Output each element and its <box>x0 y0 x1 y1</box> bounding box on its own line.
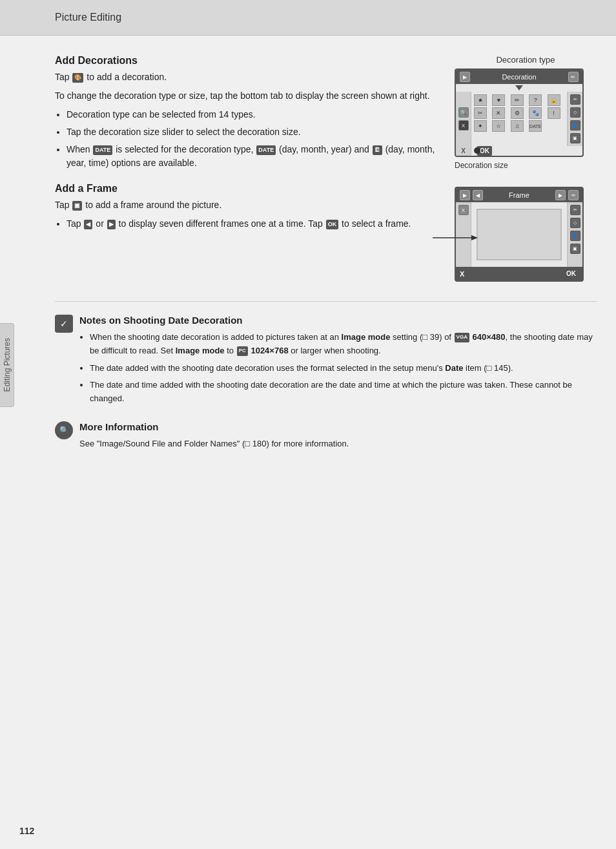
add-frame-bullets: Tap ◀ or ▶ to display seven different fr… <box>67 217 435 231</box>
decoration-type-label: Decoration type <box>455 55 597 65</box>
side-tab-text: Editing Pictures <box>3 338 12 392</box>
add-frame-title: Add a Frame <box>55 183 435 194</box>
more-info-content: More Information See "Image/Sound File a… <box>79 421 349 451</box>
frame-right-pencil: ✏ <box>570 205 580 215</box>
size-slider-container <box>471 146 477 156</box>
deco-plus: ✦ <box>474 120 487 132</box>
deco-star2: ☆ <box>492 120 505 132</box>
frame-bullet-1: Tap ◀ or ▶ to display seven different fr… <box>67 217 435 231</box>
decoration-screen-title: Decoration <box>502 73 536 81</box>
date-bold: Date <box>445 363 463 373</box>
frame-x-label: X <box>460 270 464 278</box>
add-decorations-para1: Tap 🎨 to add a decoration. <box>55 70 435 84</box>
deco-heart: ♥ <box>492 94 505 106</box>
bullet-1: Decoration type can be selected from 14 … <box>67 108 435 121</box>
frame-top-left: ▶ ◀ <box>460 190 483 200</box>
frame-preview <box>477 209 562 260</box>
add-decorations-title: Add Decorations <box>55 55 435 67</box>
add-decorations-section: Add Decorations Tap 🎨 to add a decoratio… <box>55 55 435 170</box>
deco-cat: 🐾 <box>529 107 542 119</box>
frame-right-nav: ▶ <box>555 190 566 200</box>
shooting-bullet-1: When the shooting date decoration is add… <box>90 331 597 358</box>
shooting-date-note: ✓ Notes on Shooting Date Decoration When… <box>55 315 597 411</box>
add-decorations-bullets: Decoration type can be selected from 14 … <box>67 108 435 170</box>
res1-bold: 640×480 <box>473 332 506 342</box>
decoration-screen-bottom-row: X OK <box>456 146 582 156</box>
x-label: X <box>461 147 466 154</box>
frame-right-diamond: ◇ <box>570 218 580 228</box>
frame-x-icon: X <box>458 205 469 215</box>
frame-right-bar: ✏ ◇ 👤 ▣ <box>567 202 582 267</box>
right-column: Decoration type ▶ Decoration ✏ 🔍 X <box>455 55 597 282</box>
frame-center <box>471 202 567 267</box>
frame-screen: ▶ ◀ Frame ▶ ✏ X ✏ ◇ <box>455 187 584 282</box>
shooting-bullet-2: The date added with the shooting date de… <box>90 362 597 375</box>
size-slider-thumb <box>474 147 480 154</box>
ok-icon-inline: OK <box>326 220 339 230</box>
dropdown-row <box>456 84 582 92</box>
screen-top-right-icon: ✏ <box>568 72 579 82</box>
deco-x2: ✕ <box>492 107 505 119</box>
more-info-note: 🔍 More Information See "Image/Sound File… <box>55 421 597 451</box>
date-icon3-inline: 🗓 <box>373 145 382 156</box>
bottom-section: ✓ Notes on Shooting Date Decoration When… <box>55 301 597 451</box>
vga-icon: VGA <box>455 333 469 342</box>
bottom-left-spacer: X <box>456 146 471 156</box>
right-pencil-icon: ✏ <box>570 94 580 105</box>
frame-icon-inline: ▣ <box>72 201 82 211</box>
shooting-date-bullets: When the shooting date decoration is add… <box>90 331 597 406</box>
deco-pencil: ✏ <box>511 94 524 106</box>
bullet-2: Tap the decoration size slider to select… <box>67 125 435 139</box>
left-column: Add Decorations Tap 🎨 to add a decoratio… <box>55 55 435 282</box>
frame-pencil-icon: ✏ <box>568 190 579 200</box>
decoration-screen-top: ▶ Decoration ✏ <box>456 70 582 84</box>
shooting-date-title: Notes on Shooting Date Decoration <box>79 315 597 326</box>
left-arrow-icon: ◀ <box>84 220 92 230</box>
more-info-title: More Information <box>79 421 349 432</box>
more-info-text: See "Image/Sound File and Folder Names" … <box>79 437 349 451</box>
frame-play-icon: ▶ <box>460 190 470 200</box>
dropdown-arrow <box>515 85 523 90</box>
note-checkmark-icon: ✓ <box>55 315 73 333</box>
deco-music: ♫ <box>511 120 524 132</box>
add-frame-para1: Tap ▣ to add a frame around the picture. <box>55 198 435 212</box>
right-grid-icon: ▣ <box>570 133 580 143</box>
image-mode-bold2: Image mode <box>176 346 225 355</box>
frame-ok-btn: OK <box>564 269 579 278</box>
page-header: Picture Editing <box>0 0 616 36</box>
frame-body: X ✏ ◇ 👤 ▣ <box>456 202 582 267</box>
note-icon-area: ✓ <box>55 315 73 333</box>
decoration-screen: ▶ Decoration ✏ 🔍 X ★ ♥ <box>455 68 584 157</box>
deco-star: ★ <box>474 94 487 106</box>
deco-date: DATE <box>529 120 542 132</box>
magnifier-icon: 🔍 <box>458 107 469 118</box>
frame-right-grid: ▣ <box>570 244 580 254</box>
frame-left-nav: ◀ <box>473 190 483 200</box>
decoration-screen-body: 🔍 X ★ ♥ ✏ ? 🔒 ✂ ✕ ⚙ 🐾 ! <box>456 92 582 146</box>
cam-right-bar: ✏ ◇ 👤 ▣ <box>567 92 582 146</box>
date-icon-inline: DATE <box>93 145 112 156</box>
more-info-icon: 🔍 <box>55 421 73 439</box>
shooting-date-note-content: Notes on Shooting Date Decoration When t… <box>79 315 597 411</box>
bullet-3: When DATE is selected for the decoration… <box>67 143 435 170</box>
right-diamond-icon: ◇ <box>570 107 580 118</box>
play-icon: ▶ <box>460 72 470 82</box>
frame-top-right: ▶ ✏ <box>555 190 579 200</box>
frame-right-person: 👤 <box>570 231 580 241</box>
right-arrow-icon: ▶ <box>107 220 116 230</box>
right-person-icon: 👤 <box>570 120 580 131</box>
deco-exclaim: ! <box>548 107 560 119</box>
cam-left-bar: 🔍 X <box>456 92 471 146</box>
add-frame-section: Add a Frame Tap ▣ to add a frame around … <box>55 183 435 231</box>
frame-screen-title: Frame <box>509 191 529 199</box>
pc-icon: PC <box>237 346 248 356</box>
deco-scissors: ✂ <box>474 107 487 119</box>
deco-lock: 🔒 <box>548 94 560 106</box>
deco-gear: ⚙ <box>511 107 524 119</box>
shooting-bullet-3: The date and time added with the shootin… <box>90 379 597 406</box>
frame-bottom-bar: X OK <box>456 267 582 280</box>
decoration-size-label: Decoration size <box>455 161 597 170</box>
image-mode-bold: Image mode <box>342 332 391 342</box>
x-icon: X <box>458 120 469 131</box>
res2-bold: 1024×768 <box>251 346 288 355</box>
